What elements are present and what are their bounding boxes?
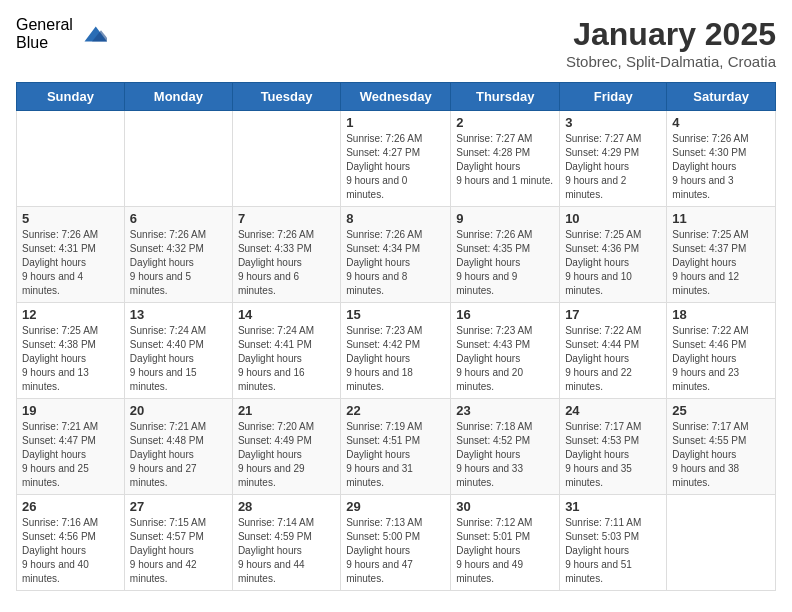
logo-text: General Blue [16,16,73,51]
day-number: 7 [238,211,335,226]
day-info: Sunrise: 7:23 AMSunset: 4:42 PMDaylight … [346,324,445,394]
day-number: 31 [565,499,661,514]
logo-blue: Blue [16,34,73,52]
weekday-header: Friday [560,83,667,111]
calendar-cell: 13Sunrise: 7:24 AMSunset: 4:40 PMDayligh… [124,303,232,399]
calendar-cell: 18Sunrise: 7:22 AMSunset: 4:46 PMDayligh… [667,303,776,399]
calendar-cell: 9Sunrise: 7:26 AMSunset: 4:35 PMDaylight… [451,207,560,303]
calendar-cell: 4Sunrise: 7:26 AMSunset: 4:30 PMDaylight… [667,111,776,207]
calendar-cell: 25Sunrise: 7:17 AMSunset: 4:55 PMDayligh… [667,399,776,495]
calendar-week-row: 19Sunrise: 7:21 AMSunset: 4:47 PMDayligh… [17,399,776,495]
calendar-cell: 17Sunrise: 7:22 AMSunset: 4:44 PMDayligh… [560,303,667,399]
day-info: Sunrise: 7:13 AMSunset: 5:00 PMDaylight … [346,516,445,586]
day-info: Sunrise: 7:20 AMSunset: 4:49 PMDaylight … [238,420,335,490]
day-info: Sunrise: 7:26 AMSunset: 4:30 PMDaylight … [672,132,770,202]
day-info: Sunrise: 7:23 AMSunset: 4:43 PMDaylight … [456,324,554,394]
day-info: Sunrise: 7:27 AMSunset: 4:29 PMDaylight … [565,132,661,202]
day-number: 10 [565,211,661,226]
day-number: 5 [22,211,119,226]
day-info: Sunrise: 7:11 AMSunset: 5:03 PMDaylight … [565,516,661,586]
calendar-cell: 28Sunrise: 7:14 AMSunset: 4:59 PMDayligh… [232,495,340,591]
day-number: 11 [672,211,770,226]
day-info: Sunrise: 7:27 AMSunset: 4:28 PMDaylight … [456,132,554,188]
day-number: 3 [565,115,661,130]
day-number: 28 [238,499,335,514]
calendar-cell: 1Sunrise: 7:26 AMSunset: 4:27 PMDaylight… [341,111,451,207]
day-info: Sunrise: 7:26 AMSunset: 4:34 PMDaylight … [346,228,445,298]
calendar-cell: 31Sunrise: 7:11 AMSunset: 5:03 PMDayligh… [560,495,667,591]
calendar-cell: 15Sunrise: 7:23 AMSunset: 4:42 PMDayligh… [341,303,451,399]
day-info: Sunrise: 7:16 AMSunset: 4:56 PMDaylight … [22,516,119,586]
calendar-cell: 19Sunrise: 7:21 AMSunset: 4:47 PMDayligh… [17,399,125,495]
calendar-week-row: 5Sunrise: 7:26 AMSunset: 4:31 PMDaylight… [17,207,776,303]
calendar-cell: 20Sunrise: 7:21 AMSunset: 4:48 PMDayligh… [124,399,232,495]
calendar-cell: 24Sunrise: 7:17 AMSunset: 4:53 PMDayligh… [560,399,667,495]
day-number: 14 [238,307,335,322]
day-number: 2 [456,115,554,130]
calendar-cell: 21Sunrise: 7:20 AMSunset: 4:49 PMDayligh… [232,399,340,495]
day-number: 17 [565,307,661,322]
day-number: 12 [22,307,119,322]
day-number: 18 [672,307,770,322]
calendar-cell: 7Sunrise: 7:26 AMSunset: 4:33 PMDaylight… [232,207,340,303]
day-number: 1 [346,115,445,130]
day-info: Sunrise: 7:17 AMSunset: 4:55 PMDaylight … [672,420,770,490]
day-number: 23 [456,403,554,418]
location-subtitle: Stobrec, Split-Dalmatia, Croatia [566,53,776,70]
calendar-cell: 26Sunrise: 7:16 AMSunset: 4:56 PMDayligh… [17,495,125,591]
day-number: 15 [346,307,445,322]
logo-icon [77,19,107,49]
calendar-cell: 14Sunrise: 7:24 AMSunset: 4:41 PMDayligh… [232,303,340,399]
title-block: January 2025 Stobrec, Split-Dalmatia, Cr… [566,16,776,70]
day-info: Sunrise: 7:15 AMSunset: 4:57 PMDaylight … [130,516,227,586]
day-info: Sunrise: 7:17 AMSunset: 4:53 PMDaylight … [565,420,661,490]
calendar-cell: 27Sunrise: 7:15 AMSunset: 4:57 PMDayligh… [124,495,232,591]
calendar-header-row: SundayMondayTuesdayWednesdayThursdayFrid… [17,83,776,111]
calendar-week-row: 1Sunrise: 7:26 AMSunset: 4:27 PMDaylight… [17,111,776,207]
logo: General Blue [16,16,107,51]
calendar-cell: 29Sunrise: 7:13 AMSunset: 5:00 PMDayligh… [341,495,451,591]
day-number: 9 [456,211,554,226]
weekday-header: Thursday [451,83,560,111]
day-info: Sunrise: 7:26 AMSunset: 4:35 PMDaylight … [456,228,554,298]
month-title: January 2025 [566,16,776,53]
day-info: Sunrise: 7:25 AMSunset: 4:37 PMDaylight … [672,228,770,298]
calendar-cell: 3Sunrise: 7:27 AMSunset: 4:29 PMDaylight… [560,111,667,207]
calendar-week-row: 26Sunrise: 7:16 AMSunset: 4:56 PMDayligh… [17,495,776,591]
day-number: 21 [238,403,335,418]
day-info: Sunrise: 7:21 AMSunset: 4:47 PMDaylight … [22,420,119,490]
day-info: Sunrise: 7:24 AMSunset: 4:40 PMDaylight … [130,324,227,394]
day-info: Sunrise: 7:26 AMSunset: 4:31 PMDaylight … [22,228,119,298]
day-info: Sunrise: 7:22 AMSunset: 4:46 PMDaylight … [672,324,770,394]
calendar-cell: 10Sunrise: 7:25 AMSunset: 4:36 PMDayligh… [560,207,667,303]
weekday-header: Tuesday [232,83,340,111]
day-number: 13 [130,307,227,322]
calendar-cell: 2Sunrise: 7:27 AMSunset: 4:28 PMDaylight… [451,111,560,207]
calendar-cell: 6Sunrise: 7:26 AMSunset: 4:32 PMDaylight… [124,207,232,303]
day-number: 26 [22,499,119,514]
day-number: 25 [672,403,770,418]
calendar-cell [124,111,232,207]
day-number: 16 [456,307,554,322]
day-number: 27 [130,499,227,514]
weekday-header: Monday [124,83,232,111]
calendar-cell: 16Sunrise: 7:23 AMSunset: 4:43 PMDayligh… [451,303,560,399]
day-info: Sunrise: 7:12 AMSunset: 5:01 PMDaylight … [456,516,554,586]
day-info: Sunrise: 7:14 AMSunset: 4:59 PMDaylight … [238,516,335,586]
day-number: 4 [672,115,770,130]
day-info: Sunrise: 7:24 AMSunset: 4:41 PMDaylight … [238,324,335,394]
day-number: 20 [130,403,227,418]
day-info: Sunrise: 7:18 AMSunset: 4:52 PMDaylight … [456,420,554,490]
calendar-cell: 22Sunrise: 7:19 AMSunset: 4:51 PMDayligh… [341,399,451,495]
day-info: Sunrise: 7:26 AMSunset: 4:32 PMDaylight … [130,228,227,298]
calendar-cell: 30Sunrise: 7:12 AMSunset: 5:01 PMDayligh… [451,495,560,591]
calendar-cell [232,111,340,207]
day-number: 22 [346,403,445,418]
calendar-cell [17,111,125,207]
calendar-week-row: 12Sunrise: 7:25 AMSunset: 4:38 PMDayligh… [17,303,776,399]
day-info: Sunrise: 7:26 AMSunset: 4:27 PMDaylight … [346,132,445,202]
calendar-cell [667,495,776,591]
day-number: 6 [130,211,227,226]
day-number: 8 [346,211,445,226]
day-info: Sunrise: 7:26 AMSunset: 4:33 PMDaylight … [238,228,335,298]
